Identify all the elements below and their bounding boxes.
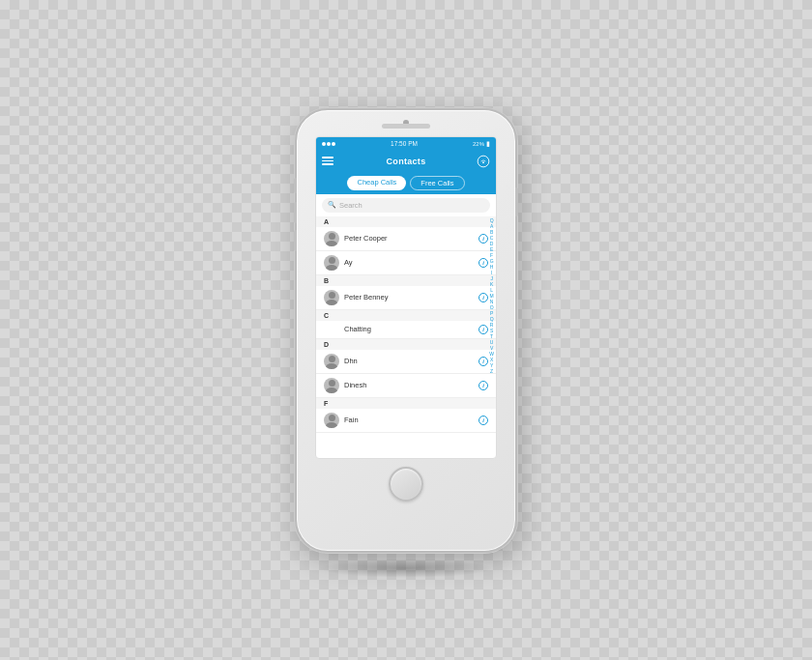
signal-dot-3 — [332, 142, 335, 146]
power-button — [515, 187, 518, 216]
volume-down-button — [294, 230, 297, 251]
speaker — [382, 124, 430, 129]
alpha-u[interactable]: U — [490, 340, 494, 345]
info-icon[interactable]: i — [478, 416, 488, 425]
battery-level: 22% — [473, 141, 484, 147]
alpha-g[interactable]: G — [490, 259, 494, 264]
contact-item[interactable]: Peter Cooper i — [316, 227, 496, 251]
signal-dot-2 — [327, 142, 331, 146]
info-icon[interactable]: i — [478, 381, 488, 390]
phone-device: 17:50 PM 22% ▮ Contacts — [295, 108, 517, 553]
avatar — [324, 413, 339, 428]
status-time: 17:50 PM — [391, 140, 418, 147]
contact-item[interactable]: Chatting i — [316, 321, 496, 339]
status-right: 22% ▮ — [473, 140, 490, 148]
contact-name: Peter Cooper — [344, 234, 474, 243]
signal-dot-1 — [322, 142, 326, 146]
app-header: Contacts — [316, 151, 496, 172]
info-icon[interactable]: i — [478, 357, 488, 366]
menu-line-1 — [322, 157, 334, 158]
search-bar[interactable]: 🔍 Search — [322, 198, 490, 213]
contact-name: Fain — [344, 416, 474, 424]
alpha-p[interactable]: P — [490, 311, 493, 316]
svg-point-1 — [482, 161, 484, 163]
menu-icon[interactable] — [322, 157, 334, 165]
info-icon[interactable]: i — [478, 293, 488, 302]
contact-name: Chatting — [324, 325, 474, 333]
info-icon[interactable]: i — [478, 234, 488, 244]
alpha-f[interactable]: F — [490, 253, 493, 258]
contacts-list: A Peter Cooper i Ay i B — [316, 216, 496, 458]
alpha-t[interactable]: T — [490, 334, 493, 339]
contact-name: Dinesh — [344, 381, 474, 389]
alpha-r[interactable]: R — [490, 323, 494, 328]
alpha-l[interactable]: L — [490, 288, 493, 293]
avatar — [324, 378, 339, 393]
search-placeholder: Search — [339, 201, 362, 210]
tabs-bar: Cheap Calls Free Calls — [316, 172, 496, 194]
search-icon: 🔍 — [328, 201, 336, 209]
contact-item[interactable]: Dhn i — [316, 350, 496, 374]
alpha-z[interactable]: Z — [490, 369, 493, 374]
contact-name: Peter Benney — [344, 293, 474, 301]
alpha-q[interactable]: Q — [490, 317, 494, 322]
wifi-icon — [477, 155, 490, 168]
alpha-m[interactable]: M — [490, 294, 494, 299]
tab-cheap-calls[interactable]: Cheap Calls — [347, 176, 406, 190]
alpha-c[interactable]: C — [490, 236, 494, 241]
menu-line-2 — [322, 160, 334, 162]
section-header-b: B — [316, 275, 496, 286]
section-header-c: C — [316, 310, 496, 321]
alpha-j[interactable]: J — [490, 276, 493, 281]
mute-button — [294, 178, 297, 193]
alpha-n[interactable]: N — [490, 300, 494, 304]
contact-name: Ay — [344, 258, 474, 267]
contact-item[interactable]: Fain i — [316, 409, 496, 433]
tab-free-calls[interactable]: Free Calls — [410, 176, 464, 190]
contact-name: Dhn — [344, 357, 474, 365]
alpha-search[interactable]: Q — [490, 218, 494, 223]
contact-item[interactable]: Peter Benney i — [316, 286, 496, 310]
alpha-i[interactable]: I — [491, 271, 492, 275]
section-header-f: F — [316, 398, 496, 409]
alpha-o[interactable]: O — [490, 305, 494, 310]
alpha-a[interactable]: A — [490, 224, 493, 229]
svg-point-0 — [478, 156, 489, 167]
alpha-e[interactable]: E — [490, 247, 493, 252]
alpha-k[interactable]: K — [490, 282, 493, 287]
battery-icon: ▮ — [486, 140, 490, 148]
section-header-d: D — [316, 339, 496, 350]
status-bar: 17:50 PM 22% ▮ — [316, 137, 496, 151]
phone-wrapper: 17:50 PM 22% ▮ Contacts — [295, 108, 517, 553]
info-icon[interactable]: i — [478, 258, 488, 268]
avatar — [324, 255, 339, 271]
alpha-v[interactable]: V — [490, 346, 493, 351]
avatar — [324, 290, 339, 305]
alphabet-sidebar: Q A B C D E F G H I J K L M N — [489, 216, 494, 374]
contact-item[interactable]: Ay i — [316, 251, 496, 275]
home-button[interactable] — [389, 467, 423, 502]
alpha-y[interactable]: Y — [490, 363, 493, 368]
screen: 17:50 PM 22% ▮ Contacts — [315, 136, 497, 459]
alpha-s[interactable]: S — [490, 329, 493, 333]
volume-up-button — [294, 202, 297, 223]
alpha-b[interactable]: B — [490, 230, 493, 235]
alpha-x[interactable]: X — [490, 358, 493, 362]
alpha-w[interactable]: W — [489, 352, 494, 357]
alpha-d[interactable]: D — [490, 242, 494, 246]
menu-line-3 — [322, 163, 334, 165]
avatar — [324, 231, 339, 246]
header-title: Contacts — [387, 157, 426, 166]
status-dots — [322, 142, 335, 146]
contact-item[interactable]: Dinesh i — [316, 374, 496, 398]
alpha-h[interactable]: H — [490, 265, 494, 270]
avatar — [324, 354, 339, 369]
section-header-a: A — [316, 216, 496, 227]
info-icon[interactable]: i — [478, 325, 488, 334]
